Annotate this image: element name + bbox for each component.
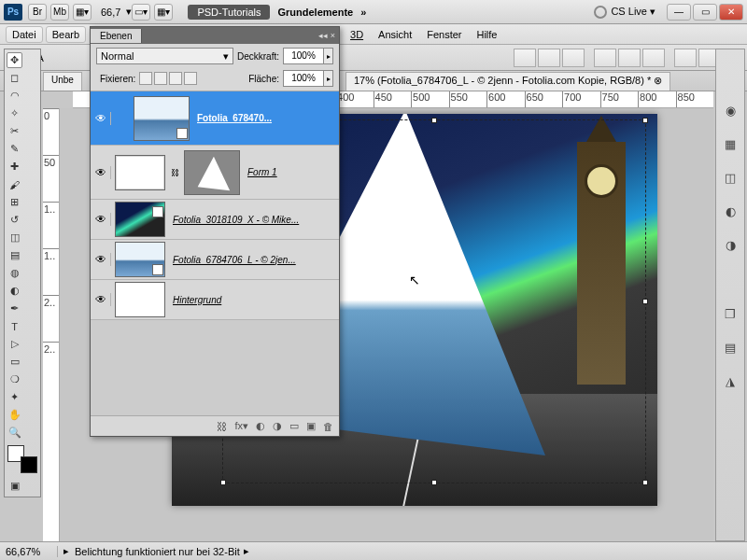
visibility-icon[interactable]: 👁 bbox=[91, 112, 111, 125]
menu-3d[interactable]: 3D bbox=[343, 29, 371, 40]
adjust-panel-icon[interactable]: ◐ bbox=[722, 203, 739, 219]
heal-tool-icon[interactable]: ✚ bbox=[7, 159, 22, 175]
stamp-tool-icon[interactable]: ⊞ bbox=[7, 194, 22, 210]
align-button-1[interactable] bbox=[514, 49, 536, 67]
quickmask-icon[interactable]: ▣ bbox=[7, 478, 22, 494]
lock-position-icon[interactable] bbox=[169, 72, 182, 85]
layer-thumb[interactable] bbox=[115, 282, 165, 317]
arrange-docs-button[interactable]: ▦▾ bbox=[73, 4, 92, 21]
align-button-6[interactable] bbox=[642, 49, 665, 67]
layer-row[interactable]: 👁 Fotolia_678470... bbox=[91, 91, 339, 146]
mask-icon[interactable]: ◐ bbox=[256, 420, 265, 432]
hand-tool-icon[interactable]: ✋ bbox=[7, 407, 22, 423]
lasso-tool-icon[interactable]: ◠ bbox=[7, 88, 22, 104]
layer-row[interactable]: 👁 Hintergrund bbox=[91, 280, 339, 320]
workspace-grundelemente[interactable]: Grundelemente bbox=[277, 7, 353, 18]
fill-input[interactable]: 100% bbox=[283, 70, 324, 87]
cs-live[interactable]: CS Live ▾ bbox=[594, 6, 655, 19]
eyedropper-tool-icon[interactable]: ✎ bbox=[7, 141, 22, 157]
lock-all-icon[interactable] bbox=[184, 72, 197, 85]
doc-tab-1[interactable]: Unbe bbox=[43, 72, 82, 91]
layer-thumb[interactable] bbox=[134, 96, 190, 141]
maximize-button[interactable]: ▭ bbox=[693, 4, 717, 21]
lock-transparency-icon[interactable] bbox=[139, 72, 152, 85]
minibridge-button[interactable]: Mb bbox=[50, 4, 69, 21]
group-icon[interactable]: ▭ bbox=[289, 420, 299, 432]
layer-name[interactable]: Fotolia_6784706_L - © 2jen... bbox=[169, 255, 339, 265]
visibility-icon[interactable]: 👁 bbox=[91, 253, 111, 266]
paths-panel-icon[interactable]: ◮ bbox=[722, 372, 739, 389]
adjustment-icon[interactable]: ◑ bbox=[273, 420, 282, 432]
marquee-tool-icon[interactable]: ◻ bbox=[7, 70, 22, 86]
menu-ansicht[interactable]: Ansicht bbox=[371, 29, 419, 40]
color-panel-icon[interactable]: ◉ bbox=[722, 102, 739, 119]
opacity-input[interactable]: 100% bbox=[283, 48, 324, 64]
layer-thumb[interactable] bbox=[115, 202, 165, 237]
path-tool-icon[interactable]: ▷ bbox=[7, 336, 22, 352]
align-button-3[interactable] bbox=[562, 49, 585, 67]
menu-bearbeiten[interactable]: Bearb bbox=[46, 26, 86, 43]
visibility-icon[interactable]: 👁 bbox=[91, 213, 111, 226]
layer-name[interactable]: Fotolia_3018109_X - © Mike... bbox=[169, 215, 339, 225]
align-button-5[interactable] bbox=[618, 49, 641, 67]
menu-fenster[interactable]: Fenster bbox=[419, 29, 469, 40]
bridge-button[interactable]: Br bbox=[28, 4, 47, 21]
mask-panel-icon[interactable]: ◑ bbox=[722, 236, 739, 253]
layer-row[interactable]: 👁 Fotolia_6784706_L - © 2jen... bbox=[91, 240, 339, 280]
color-swatches[interactable] bbox=[7, 445, 37, 473]
gradient-tool-icon[interactable]: ▤ bbox=[7, 247, 22, 263]
move-tool-icon[interactable]: ✥ bbox=[7, 52, 22, 68]
status-zoom[interactable]: 66,67% bbox=[6, 546, 58, 557]
camera-tool-icon[interactable]: ✦ bbox=[7, 389, 22, 405]
link-layers-icon[interactable]: ⛓ bbox=[217, 421, 227, 432]
vector-mask-thumb[interactable] bbox=[184, 150, 240, 195]
layer-thumb[interactable] bbox=[115, 242, 165, 277]
dodge-tool-icon[interactable]: ◐ bbox=[7, 283, 22, 299]
channels-panel-icon[interactable]: ▤ bbox=[722, 339, 739, 356]
visibility-icon[interactable]: 👁 bbox=[91, 293, 111, 306]
blend-mode-select[interactable]: Normal▾ bbox=[96, 48, 233, 64]
menu-hilfe[interactable]: Hilfe bbox=[469, 29, 504, 40]
type-tool-icon[interactable]: T bbox=[7, 318, 22, 334]
layer-row[interactable]: 👁 ⛓ Form 1 bbox=[91, 146, 339, 200]
align-button-2[interactable] bbox=[538, 49, 560, 67]
screen-mode-button[interactable]: ▭▾ bbox=[132, 4, 150, 21]
blur-tool-icon[interactable]: ◍ bbox=[7, 265, 22, 281]
lock-pixels-icon[interactable] bbox=[154, 72, 167, 85]
shape-tool-icon[interactable]: ▭ bbox=[7, 354, 22, 370]
eraser-tool-icon[interactable]: ◫ bbox=[7, 230, 22, 245]
zoom-tool-icon[interactable]: 🔍 bbox=[7, 425, 22, 441]
layer-name[interactable]: Hintergrund bbox=[169, 295, 339, 305]
new-layer-icon[interactable]: ▣ bbox=[306, 420, 316, 432]
layer-name[interactable]: Fotolia_678470... bbox=[193, 113, 339, 123]
layer-name[interactable]: Form 1 bbox=[244, 167, 339, 177]
align-button-4[interactable] bbox=[594, 49, 616, 67]
distribute-button-1[interactable] bbox=[674, 49, 697, 67]
workspace-psd-tutorials[interactable]: PSD-Tutorials bbox=[188, 5, 270, 20]
status-arrow-icon[interactable]: ▸ bbox=[244, 545, 249, 557]
panel-collapse-icon[interactable]: ◂◂ × bbox=[315, 31, 339, 40]
tab-close-icon[interactable]: ⊗ bbox=[654, 75, 662, 86]
status-arrow-icon[interactable]: ▸ bbox=[63, 545, 69, 557]
workspace-more-icon[interactable]: » bbox=[360, 7, 366, 18]
opacity-flyout-icon[interactable]: ▸ bbox=[324, 48, 333, 64]
wand-tool-icon[interactable]: ✧ bbox=[7, 105, 22, 121]
brush-tool-icon[interactable]: 🖌 bbox=[7, 176, 22, 192]
fx-icon[interactable]: fx▾ bbox=[234, 420, 248, 432]
menu-datei[interactable]: Datei bbox=[6, 26, 43, 43]
layers-panel-icon[interactable]: ❐ bbox=[722, 305, 739, 322]
swatches-panel-icon[interactable]: ▦ bbox=[722, 135, 739, 152]
zoom-level[interactable]: 66,7 bbox=[101, 7, 120, 18]
close-button[interactable]: ✕ bbox=[719, 4, 743, 21]
extras-button[interactable]: ▦▾ bbox=[154, 4, 173, 21]
3d-tool-icon[interactable]: ❍ bbox=[7, 371, 22, 387]
history-brush-icon[interactable]: ↺ bbox=[7, 212, 22, 228]
visibility-icon[interactable]: 👁 bbox=[91, 166, 111, 179]
crop-tool-icon[interactable]: ✂ bbox=[7, 123, 22, 139]
layers-tab[interactable]: Ebenen bbox=[91, 29, 142, 43]
minimize-button[interactable]: — bbox=[667, 4, 691, 21]
styles-panel-icon[interactable]: ◫ bbox=[722, 169, 739, 186]
pen-tool-icon[interactable]: ✒ bbox=[7, 301, 22, 316]
fill-flyout-icon[interactable]: ▸ bbox=[324, 70, 333, 87]
layer-row[interactable]: 👁 Fotolia_3018109_X - © Mike... bbox=[91, 200, 339, 240]
